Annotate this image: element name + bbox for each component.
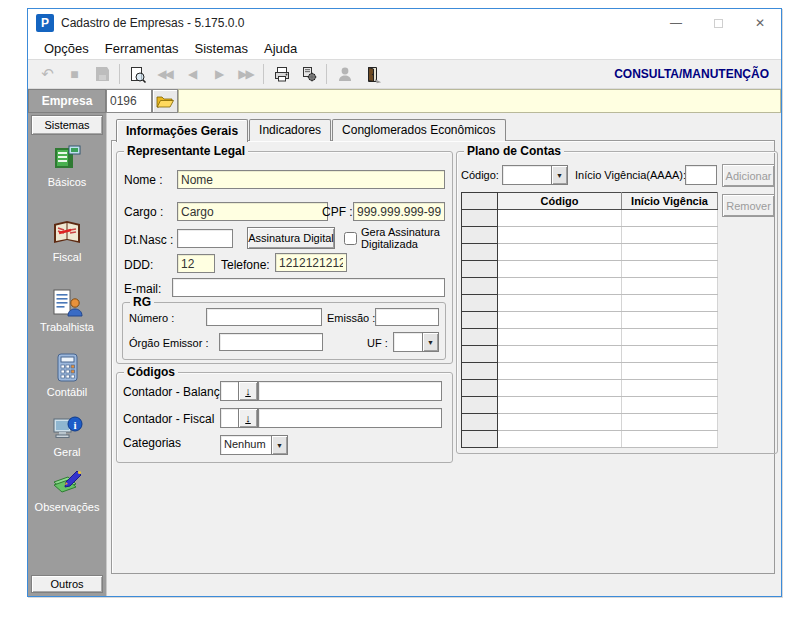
table-row[interactable] <box>462 363 718 380</box>
exit-button[interactable] <box>358 62 385 86</box>
table-row[interactable] <box>462 244 718 261</box>
cell-inicio-vigencia[interactable] <box>622 431 718 448</box>
gera-assinatura-checkbox[interactable] <box>344 232 357 245</box>
sidebar-item-observacoes[interactable]: Observações <box>28 466 106 513</box>
contador-fiscal-name-input[interactable] <box>258 408 442 428</box>
cell-codigo[interactable] <box>498 346 622 363</box>
adicionar-button[interactable]: Adicionar <box>722 164 775 187</box>
table-row[interactable] <box>462 261 718 278</box>
table-row[interactable] <box>462 397 718 414</box>
table-row[interactable] <box>462 329 718 346</box>
vigencia-input[interactable] <box>685 165 717 185</box>
close-button[interactable]: ✕ <box>739 9 781 37</box>
open-company-button[interactable] <box>152 89 178 113</box>
contador-balanco-code-input[interactable] <box>220 381 239 401</box>
cell-inicio-vigencia[interactable] <box>622 210 718 227</box>
cell-inicio-vigencia[interactable] <box>622 329 718 346</box>
table-row[interactable] <box>462 414 718 431</box>
rg-orgao-input[interactable] <box>219 333 323 351</box>
tab-indicadores[interactable]: Indicadores <box>249 119 331 141</box>
user-button[interactable] <box>331 62 358 86</box>
cargo-input[interactable] <box>177 202 328 221</box>
cell-inicio-vigencia[interactable] <box>622 278 718 295</box>
row-selector[interactable] <box>462 329 498 346</box>
ddd-input[interactable] <box>177 254 215 273</box>
save-button[interactable] <box>88 62 115 86</box>
menu-ajuda[interactable]: Ajuda <box>256 39 305 58</box>
cell-inicio-vigencia[interactable] <box>622 363 718 380</box>
cell-codigo[interactable] <box>498 227 622 244</box>
sidebar-item-geral[interactable]: i Geral <box>28 411 106 458</box>
remover-button[interactable]: Remover <box>722 194 775 217</box>
sidebar-item-basicos[interactable]: Básicos <box>28 141 106 188</box>
nav-last-button[interactable]: ▶▶ <box>232 62 259 86</box>
row-selector[interactable] <box>462 244 498 261</box>
menu-sistemas[interactable]: Sistemas <box>187 39 256 58</box>
cell-inicio-vigencia[interactable] <box>622 295 718 312</box>
cell-inicio-vigencia[interactable] <box>622 397 718 414</box>
row-selector[interactable] <box>462 397 498 414</box>
table-row[interactable] <box>462 210 718 227</box>
table-row[interactable] <box>462 431 718 448</box>
categorias-combo[interactable]: Nenhum ▼ <box>220 435 288 455</box>
table-row[interactable] <box>462 295 718 312</box>
undo-button[interactable]: ↶ <box>34 62 61 86</box>
cell-codigo[interactable] <box>498 210 622 227</box>
print-setup-button[interactable] <box>295 62 322 86</box>
empresa-code-input[interactable] <box>106 89 152 113</box>
table-row[interactable] <box>462 346 718 363</box>
cell-codigo[interactable] <box>498 278 622 295</box>
tab-informacoes-gerais[interactable]: Informações Gerais <box>116 119 248 142</box>
stop-button[interactable]: ■ <box>61 62 88 86</box>
row-selector[interactable] <box>462 278 498 295</box>
nav-next-button[interactable]: ▶ <box>205 62 232 86</box>
cell-codigo[interactable] <box>498 329 622 346</box>
cell-codigo[interactable] <box>498 380 622 397</box>
chevron-down-icon[interactable]: ▼ <box>551 165 568 185</box>
tab-conglomerados[interactable]: Conglomerados Econômicos <box>332 119 505 141</box>
print-button[interactable] <box>268 62 295 86</box>
cell-codigo[interactable] <box>498 414 622 431</box>
row-selector[interactable] <box>462 261 498 278</box>
row-selector[interactable] <box>462 346 498 363</box>
cell-codigo[interactable] <box>498 261 622 278</box>
table-row[interactable] <box>462 278 718 295</box>
dtnasc-input[interactable] <box>177 229 233 248</box>
chevron-down-icon[interactable]: ▼ <box>271 435 288 455</box>
row-selector[interactable] <box>462 312 498 329</box>
sidebar-item-fiscal[interactable]: Fiscal <box>28 216 106 263</box>
cell-codigo[interactable] <box>498 397 622 414</box>
table-row[interactable] <box>462 312 718 329</box>
row-selector[interactable] <box>462 414 498 431</box>
sidebar-item-contabil[interactable]: Contábil <box>28 351 106 398</box>
row-selector[interactable] <box>462 363 498 380</box>
nav-prev-button[interactable]: ◀ <box>178 62 205 86</box>
cell-codigo[interactable] <box>498 363 622 380</box>
table-row[interactable] <box>462 380 718 397</box>
cell-inicio-vigencia[interactable] <box>622 244 718 261</box>
email-input[interactable] <box>172 278 445 297</box>
menu-opcoes[interactable]: Opções <box>36 39 97 58</box>
nav-first-button[interactable]: ◀◀ <box>151 62 178 86</box>
cpf-input[interactable] <box>353 202 445 221</box>
contador-balanco-lookup-button[interactable]: ↓ <box>238 381 258 401</box>
rg-numero-input[interactable] <box>206 308 322 326</box>
menu-ferramentas[interactable]: Ferramentas <box>97 39 187 58</box>
plano-codigo-combo[interactable]: ▼ <box>502 165 568 185</box>
rg-uf-combo[interactable]: ▼ <box>393 332 439 352</box>
nome-input[interactable] <box>177 170 445 189</box>
maximize-button[interactable] <box>697 9 739 37</box>
print-preview-button[interactable] <box>124 62 151 86</box>
row-selector[interactable] <box>462 210 498 227</box>
contador-fiscal-code-input[interactable] <box>220 408 239 428</box>
table-row[interactable] <box>462 227 718 244</box>
minimize-button[interactable]: — <box>655 9 697 37</box>
cell-inicio-vigencia[interactable] <box>622 414 718 431</box>
sidebar-header-sistemas[interactable]: Sistemas <box>31 115 103 135</box>
cell-inicio-vigencia[interactable] <box>622 227 718 244</box>
chevron-down-icon[interactable]: ▼ <box>422 332 439 352</box>
rg-emissao-input[interactable] <box>375 308 439 326</box>
sidebar-item-trabalhista[interactable]: Trabalhista <box>28 286 106 333</box>
cell-inicio-vigencia[interactable] <box>622 346 718 363</box>
sidebar-footer-outros[interactable]: Outros <box>31 575 103 593</box>
